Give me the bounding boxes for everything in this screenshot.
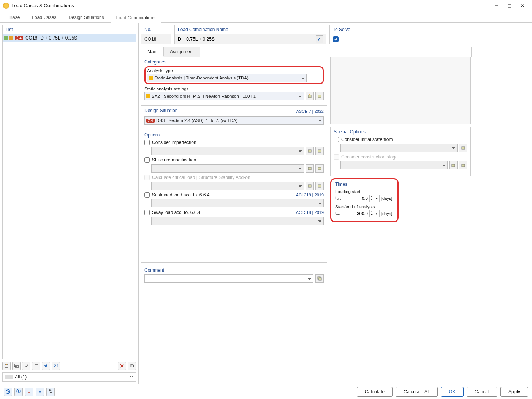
library-button[interactable]	[315, 147, 324, 155]
subtab-assignment[interactable]: Assignment	[164, 47, 200, 57]
library-button[interactable]	[315, 182, 324, 190]
tab-design-situations[interactable]: Design Situations	[63, 12, 109, 22]
tstart-input[interactable]: ▲▼ ▸	[350, 195, 380, 202]
chevron-down-icon	[452, 146, 456, 151]
library-button[interactable]	[315, 92, 324, 100]
tab-load-combinations[interactable]: Load Combinations	[111, 13, 161, 23]
goto-button[interactable]: ▸	[374, 210, 379, 217]
new-settings-button[interactable]	[306, 92, 314, 100]
spin-up-button[interactable]: ▲	[369, 195, 374, 198]
initial-state-combo[interactable]	[340, 144, 458, 152]
tab-base[interactable]: Base	[4, 12, 25, 22]
dot-button[interactable]	[36, 388, 44, 396]
svg-rect-16	[308, 150, 311, 152]
structure-modification-checkbox[interactable]	[144, 157, 150, 163]
close-button[interactable]	[516, 1, 529, 10]
cancel-button[interactable]: Cancel	[467, 387, 497, 397]
sort-button[interactable]: 2↑	[52, 362, 60, 370]
svg-rect-1	[508, 4, 511, 7]
filter-color-icon	[5, 375, 13, 379]
spin-down-button[interactable]: ▼	[369, 198, 374, 202]
chevron-down-icon	[298, 184, 302, 189]
svg-rect-24	[462, 147, 465, 149]
sway-checkbox[interactable]	[144, 210, 150, 215]
toolbar-button[interactable]	[32, 362, 40, 370]
toggle-button[interactable]	[128, 362, 136, 370]
name-input[interactable]	[178, 36, 314, 42]
library-button[interactable]	[459, 161, 467, 169]
list-box[interactable]: 2.4 CO18 D + 0.75L + 0.25S	[2, 34, 136, 359]
new-item-button[interactable]	[2, 362, 11, 370]
new-button[interactable]	[306, 164, 314, 173]
tab-load-cases[interactable]: Load Cases	[26, 12, 62, 22]
analysis-type-combo[interactable]: Static Analysis | Time-Dependent Analysi…	[147, 74, 307, 82]
help-button[interactable]: ?	[4, 388, 12, 396]
spin-down-button[interactable]: ▼	[369, 214, 374, 217]
subtab-main[interactable]: Main	[141, 47, 164, 57]
delete-button[interactable]	[118, 362, 126, 370]
spin-up-button[interactable]: ▲	[369, 210, 374, 214]
imperfection-combo[interactable]	[151, 147, 304, 155]
times-title: Times	[335, 182, 394, 187]
svg-text:?: ?	[7, 390, 10, 394]
edit-name-button[interactable]	[316, 35, 323, 43]
sustained-row: Sustained load acc. to. 6.6.4 ACI 318 | …	[144, 192, 324, 198]
library-button[interactable]	[315, 164, 324, 173]
toolbar-button[interactable]	[22, 362, 30, 370]
static-settings-combo[interactable]: SA2 - Second-order (P-Δ) | Newton-Raphso…	[144, 92, 304, 100]
initial-state-checkbox[interactable]	[334, 137, 339, 142]
maximize-button[interactable]	[503, 1, 516, 10]
startend-label: Start/end of analysis	[335, 204, 394, 209]
sway-code: ACI 318 | 2019	[296, 210, 324, 215]
structure-mod-combo[interactable]	[151, 164, 304, 173]
library-button[interactable]	[459, 144, 467, 152]
apply-button[interactable]: Apply	[500, 387, 528, 397]
construction-stage-row: Consider construction stage	[334, 154, 467, 160]
solve-label: To Solve	[330, 25, 470, 34]
tree-button[interactable]	[25, 388, 33, 396]
new-button[interactable]	[306, 147, 314, 155]
times-section: Times Loading start tstart ▲▼ ▸ [days] S…	[330, 178, 399, 222]
design-situation-section: Design Situation ASCE 7 | 2022 2.4 DS3 -…	[141, 105, 327, 127]
options-title: Options	[144, 132, 324, 138]
new-button[interactable]	[306, 182, 314, 190]
ok-button[interactable]: OK	[441, 387, 464, 397]
copy-item-button[interactable]	[12, 362, 21, 370]
list-item[interactable]: 2.4 CO18 D + 0.75L + 0.25S	[3, 34, 136, 42]
categories-section: Categories Analysis type Static Analysis…	[141, 57, 327, 103]
no-label: No.	[141, 25, 171, 34]
consider-imperfection-checkbox[interactable]	[144, 140, 150, 145]
calculate-button[interactable]: Calculate	[357, 387, 393, 397]
sustained-checkbox[interactable]	[144, 192, 150, 198]
copy-comment-button[interactable]	[315, 274, 324, 283]
tstart-value[interactable]	[350, 196, 369, 201]
to-solve-checkbox[interactable]	[333, 36, 339, 42]
goto-button[interactable]: ▸	[374, 195, 379, 202]
sway-combo[interactable]	[151, 217, 324, 225]
new-button[interactable]	[449, 161, 458, 169]
minimize-button[interactable]	[490, 1, 503, 10]
units-button[interactable]: 0.00	[14, 388, 23, 396]
svg-text:0.00: 0.00	[16, 390, 21, 394]
loading-start-label: Loading start	[335, 189, 394, 194]
window-title: Load Cases & Combinations	[11, 3, 490, 8]
tstart-unit: [days]	[381, 196, 392, 201]
sway-label: Sway load acc. to. 6.6.4	[152, 210, 200, 215]
comment-section: Comment	[141, 265, 327, 285]
options-section: Options Consider imperfection Structure …	[141, 130, 327, 263]
sustained-combo[interactable]	[151, 199, 324, 207]
list-filter[interactable]: All (1)	[2, 372, 136, 382]
calculate-all-button[interactable]: Calculate All	[396, 387, 438, 397]
fx-button[interactable]: fx	[46, 388, 55, 396]
tend-value[interactable]	[350, 211, 369, 216]
svg-rect-14	[308, 95, 311, 98]
tend-input[interactable]: ▲▼ ▸	[350, 210, 380, 217]
comment-input[interactable]	[144, 274, 313, 283]
design-situation-combo[interactable]: 2.4 DS3 - Section 2.4 (ASD), 1. to 7. (w…	[144, 116, 324, 125]
static-settings-value: SA2 - Second-order (P-Δ) | Newton-Raphso…	[152, 94, 302, 98]
special-title: Special Options	[334, 129, 467, 135]
dialog-footer: ? 0.00 fx Calculate Calculate All OK Can…	[0, 384, 532, 399]
chevron-down-icon	[318, 219, 322, 224]
swap-button[interactable]	[42, 362, 50, 370]
design-situation-value: DS3 - Section 2.4 (ASD), 1. to 7. (w/ TD…	[156, 118, 322, 123]
